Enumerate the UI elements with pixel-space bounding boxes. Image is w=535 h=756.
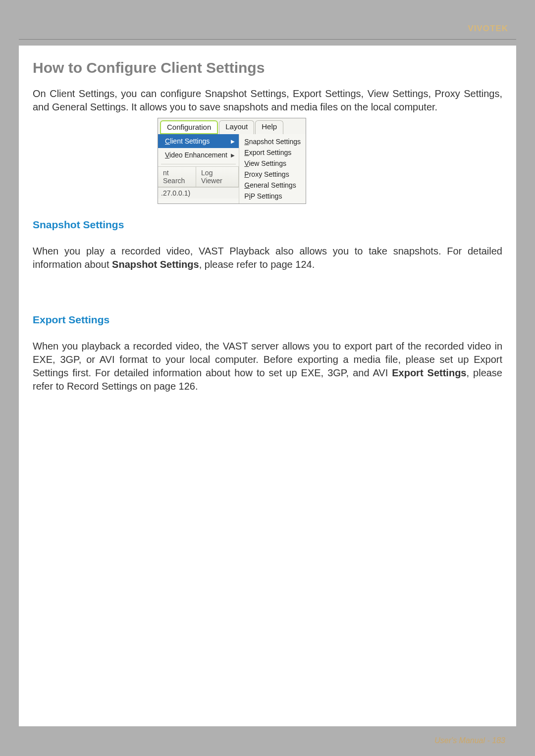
dropdown-right: Snapshot Settings Export Settings View S… [239,134,306,203]
tab-configuration[interactable]: Configuration [160,120,218,134]
submenu-view-settings[interactable]: View Settings [239,158,306,169]
intro-text: On Client Settings, you can configure Sn… [33,87,502,114]
header-band: VIVOTEK [19,19,516,40]
toolbar-tabs: nt Search Log Viewer [158,166,239,187]
export-text-bold: Export Settings [392,367,466,378]
submenu-export-settings[interactable]: Export Settings [239,147,306,158]
heading-export-settings: Export Settings [33,314,502,326]
snapshot-text-c: , please refer to page 124. [199,259,315,270]
tab-help[interactable]: Help [255,120,283,134]
footer-label: User's Manual - [434,736,492,745]
heading-snapshot-settings: Snapshot Settings [33,219,502,231]
tool-tab-log-viewer[interactable]: Log Viewer [196,167,239,187]
snapshot-text-bold: Snapshot Settings [112,259,199,270]
page-title: How to Configure Client Settings [33,59,502,76]
tab-layout[interactable]: Layout [219,120,254,134]
snapshot-text: When you play a recorded video, VAST Pla… [33,245,502,271]
menu-client-settings-label: Client Settings [165,137,210,145]
content-area: How to Configure Client Settings On Clie… [19,46,516,726]
menu-client-settings[interactable]: Client Settings ▶ [158,134,239,148]
submenu-pip-settings[interactable]: PiP Settings [239,191,306,202]
menu-separator [161,164,236,164]
tool-tab-nt-search[interactable]: nt Search [158,167,196,187]
menu-screenshot: Configuration Layout Help Client Setting… [158,118,306,204]
footer-ip-text: .27.0.0.1) [161,189,190,197]
menubar: Configuration Layout Help [158,118,306,134]
page-footer: User's Manual - 183 [434,736,505,745]
arrow-right-icon: ▶ [231,152,235,158]
footer-page-number: 183 [492,736,505,745]
brand-label: VIVOTEK [468,24,508,39]
menu-video-enhancement-label: Video Enhancement [165,151,227,159]
dropdown-panels: Client Settings ▶ Video Enhancement ▶ nt… [158,134,306,203]
footer-ip: .27.0.0.1) [158,187,239,199]
submenu-general-settings[interactable]: General Settings [239,180,306,191]
menu-video-enhancement[interactable]: Video Enhancement ▶ [158,148,239,162]
submenu-proxy-settings[interactable]: Proxy Settings [239,169,306,180]
arrow-right-icon: ▶ [231,139,235,144]
manual-page: VIVOTEK How to Configure Client Settings… [0,0,535,756]
dropdown-left: Client Settings ▶ Video Enhancement ▶ nt… [158,134,239,203]
submenu-snapshot-settings[interactable]: Snapshot Settings [239,136,306,147]
spacer [33,275,502,299]
export-text: When you playback a recorded video, the … [33,340,502,393]
